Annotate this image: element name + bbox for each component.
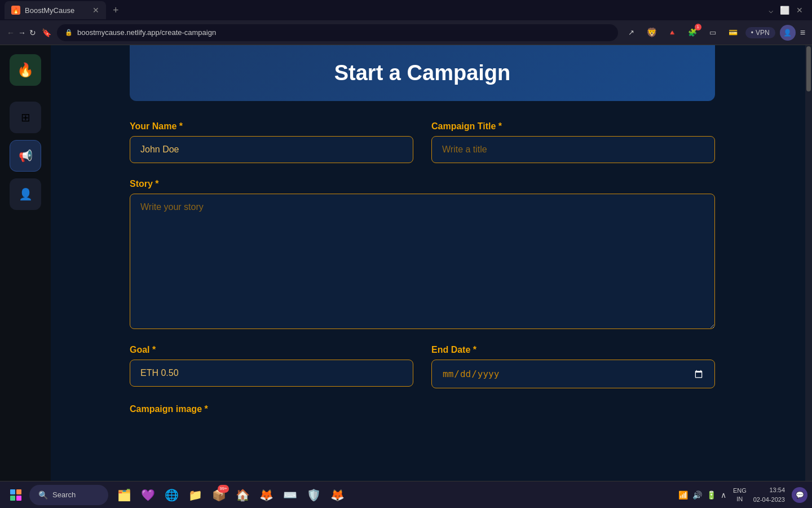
form-row-1: Your Name * Campaign Title * (130, 121, 715, 163)
form-group-image: Campaign image * (130, 404, 715, 414)
your-name-input[interactable] (130, 136, 413, 163)
goal-label: Goal * (130, 345, 413, 355)
form-group-end-date: End Date * (431, 345, 715, 388)
brave-icon[interactable]: 🦁 (644, 25, 660, 41)
end-date-input[interactable] (431, 360, 715, 388)
app-layout: 🔥 ⊞ 📢 👤 Start a Campaign Your Name * (0, 45, 812, 481)
scrollbar-track[interactable] (805, 45, 812, 481)
taskbar: 🔍 Search 🗂️ 💜 🌐 📁 📦 99+ 🏠 🦊 ⌨️ 🛡 (0, 481, 812, 508)
nav-bar: ← → ↻ 🔖 🔒 boostmycause.netlify.app/creat… (0, 20, 812, 45)
form-row-image: Campaign image * (130, 404, 715, 414)
network-icon[interactable]: 📶 (678, 491, 688, 500)
taskbar-search[interactable]: 🔍 Search (29, 485, 108, 505)
dropbox-badge: 99+ (218, 485, 229, 493)
app-wrapper-dropbox: 📦 99+ (208, 484, 230, 506)
story-textarea[interactable] (130, 194, 715, 329)
taskbar-app-brave[interactable]: 🛡️ (302, 484, 325, 506)
sidebar-logo[interactable]: 🔥 (10, 54, 41, 86)
vpn-button[interactable]: • VPN (745, 27, 775, 38)
form-row-story: Story * (130, 179, 715, 329)
window-controls: ⌵ ⬜ ✕ (769, 6, 803, 15)
campaign-title-input[interactable] (431, 136, 715, 163)
sidebar: 🔥 ⊞ 📢 👤 (0, 45, 51, 481)
bookmark-button[interactable]: 🔖 (42, 28, 51, 37)
app-wrapper-edge: 🌐 (160, 484, 183, 506)
campaign-icon: 📢 (19, 149, 33, 163)
menu-button[interactable]: ≡ (800, 28, 805, 38)
logo-icon: 🔥 (17, 62, 34, 78)
close-window-button[interactable]: ✕ (796, 6, 803, 15)
speaker-icon[interactable]: 🔊 (692, 491, 702, 500)
refresh-button[interactable]: ↻ (29, 28, 36, 37)
extension-badge: 1 (695, 24, 701, 30)
app-wrapper-files: 🗂️ (113, 484, 135, 506)
app-wrapper-purple: 💜 (136, 484, 159, 506)
tab-favicon: 🔥 (11, 6, 20, 15)
story-label: Story * (130, 179, 715, 189)
page-title: Start a Campaign (141, 61, 704, 85)
address-bar[interactable]: 🔒 boostmycause.netlify.app/create-campai… (57, 24, 618, 41)
profile-button[interactable]: 👤 (780, 25, 796, 41)
taskbar-time: 13:54 02-04-2023 (753, 485, 785, 504)
campaign-title-label: Campaign Title * (431, 121, 715, 132)
taskbar-search-icon: 🔍 (38, 491, 48, 500)
profile-icon: 👤 (19, 187, 33, 201)
sidebar-item-profile[interactable]: 👤 (10, 178, 41, 210)
taskbar-app-1[interactable]: 💜 (136, 484, 159, 506)
taskbar-app-folder[interactable]: 📁 (184, 484, 206, 506)
form-group-name: Your Name * (130, 121, 413, 163)
share-button[interactable]: ↗ (624, 25, 639, 41)
tab-close-button[interactable]: ✕ (92, 6, 99, 15)
sidebar-toggle-button[interactable]: ▭ (705, 25, 721, 41)
new-tab-button[interactable]: + (108, 5, 123, 16)
lock-icon: 🔒 (65, 29, 73, 36)
address-text: boostmycause.netlify.app/create-campaign (77, 28, 216, 37)
start-button[interactable] (5, 485, 27, 505)
sidebar-item-dashboard[interactable]: ⊞ (10, 102, 41, 133)
taskbar-app-vscode[interactable]: ⌨️ (279, 484, 301, 506)
shield-button[interactable]: 🔺 (664, 25, 680, 41)
sidebar-item-campaign[interactable]: 📢 (10, 140, 41, 172)
taskbar-lang: ENG IN (733, 487, 747, 503)
browser-chrome: 🔥 BoostMyCause ✕ + ⌵ ⬜ ✕ ← → ↻ 🔖 🔒 boost… (0, 0, 812, 45)
app-wrapper-fox: 🦊 (326, 484, 348, 506)
taskbar-apps: 🗂️ 💜 🌐 📁 📦 99+ 🏠 🦊 ⌨️ 🛡️ 🦊 (113, 484, 348, 506)
app-wrapper-home: 🏠 (231, 484, 254, 506)
up-arrow-icon[interactable]: ∧ (721, 491, 726, 500)
goal-input[interactable] (130, 360, 413, 387)
main-content: Start a Campaign Your Name * Campaign Ti… (51, 45, 805, 481)
taskbar-right: 📶 🔊 🔋 ∧ ENG IN 13:54 02-04-2023 💬 (678, 485, 807, 504)
taskbar-app-home[interactable]: 🏠 (231, 484, 254, 506)
scrollbar-thumb[interactable] (806, 46, 811, 91)
campaign-image-label: Campaign image * (130, 404, 715, 414)
active-tab[interactable]: 🔥 BoostMyCause ✕ (5, 1, 106, 19)
your-name-label: Your Name * (130, 121, 413, 132)
end-date-label: End Date * (431, 345, 715, 355)
tab-bar: 🔥 BoostMyCause ✕ + ⌵ ⬜ ✕ (0, 0, 812, 20)
form-row-goal-date: Goal * End Date * (130, 345, 715, 388)
back-button[interactable]: ← (7, 28, 15, 37)
app-wrapper-vscode: ⌨️ (279, 484, 301, 506)
tab-title: BoostMyCause (25, 6, 88, 15)
taskbar-search-text: Search (52, 491, 76, 499)
taskbar-app-firefox[interactable]: 🦊 (255, 484, 277, 506)
wallet-button[interactable]: 💳 (725, 25, 741, 41)
forward-button[interactable]: → (18, 28, 26, 37)
app-wrapper-brave: 🛡️ (302, 484, 325, 506)
app-wrapper-folder: 📁 (184, 484, 206, 506)
taskbar-notification-button[interactable]: 💬 (792, 487, 807, 503)
maximize-button[interactable]: ⬜ (780, 6, 789, 15)
taskbar-sys-icons: 📶 🔊 🔋 ∧ (678, 491, 726, 500)
extension-button[interactable]: 🧩 1 (685, 25, 700, 41)
taskbar-app-explorer[interactable]: 🗂️ (113, 484, 135, 506)
taskbar-app-fox[interactable]: 🦊 (326, 484, 348, 506)
minimize-button[interactable]: ⌵ (769, 6, 773, 15)
windows-icon (10, 489, 21, 501)
tab-right-controls: ⌵ ⬜ ✕ (769, 6, 807, 15)
grid-icon: ⊞ (21, 111, 30, 124)
battery-icon[interactable]: 🔋 (707, 491, 716, 500)
page-header: Start a Campaign (130, 45, 715, 101)
taskbar-app-edge[interactable]: 🌐 (160, 484, 183, 506)
form-group-story: Story * (130, 179, 715, 329)
form-group-goal: Goal * (130, 345, 413, 388)
